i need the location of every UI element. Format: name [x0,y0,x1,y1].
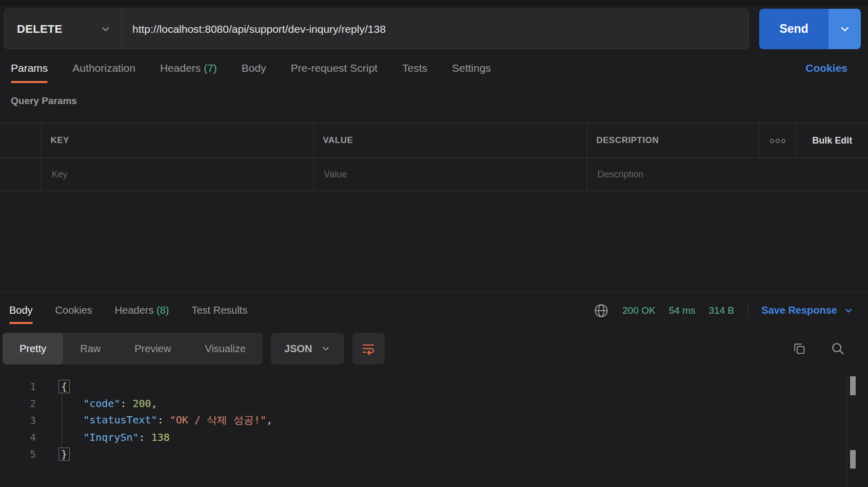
view-preview[interactable]: Preview [117,333,188,364]
divider [747,303,748,318]
request-url-bar: DELETE Send [0,5,868,49]
line-number: 2 [0,398,36,409]
code-line: 3 "statusText": "OK / 삭제 성공!", [0,412,868,429]
editor-scrollbar-track [847,376,847,487]
request-body-empty-area [0,191,868,292]
headers-count: (7) [204,62,217,74]
response-tab-test-results[interactable]: Test Results [191,305,247,316]
response-size: 314 B [708,305,734,316]
view-pretty[interactable]: Pretty [3,333,63,364]
param-description-input[interactable] [597,169,855,180]
param-row [0,158,868,191]
scrollbar-thumb[interactable] [850,376,856,395]
tab-pre-request-script[interactable]: Pre-request Script [291,62,378,74]
method-selector[interactable]: DELETE [5,9,122,49]
wrap-text-icon [361,341,376,356]
copy-icon [792,341,806,356]
more-options-button[interactable] [759,124,796,158]
search-icon [830,341,845,356]
line-number: 5 [0,449,36,460]
param-key-input[interactable] [51,169,300,180]
send-options-caret[interactable] [828,9,861,49]
method-label: DELETE [17,23,63,36]
tab-tests[interactable]: Tests [402,62,427,74]
tab-params[interactable]: Params [11,62,48,74]
response-toolbar: Pretty Raw Preview Visualize JSON [0,333,868,364]
language-dropdown[interactable]: JSON [271,333,344,364]
search-button[interactable] [830,341,845,356]
param-value-input[interactable] [323,169,574,180]
chevron-down-icon [100,24,111,35]
response-time: 54 ms [669,305,696,316]
globe-icon[interactable] [594,303,609,318]
code-lines: 1{2 "code": 200,3 "statusText": "OK / 삭제… [0,378,868,462]
line-number: 1 [0,381,36,392]
send-button-label[interactable]: Send [759,9,828,49]
cookies-link[interactable]: Cookies [805,62,847,74]
tab-body[interactable]: Body [242,62,266,74]
send-button[interactable]: Send [759,9,861,49]
query-params-title: Query Params [0,87,868,108]
response-body-viewer: 1{2 "code": 200,3 "statusText": "OK / 삭제… [0,378,868,462]
scrollbar-thumb[interactable] [850,450,856,469]
code-line: 5} [0,445,868,462]
code-line: 4 "InqrySn": 138 [0,429,868,445]
save-response-button[interactable]: Save Response [761,305,854,316]
status-code: 200 OK [622,305,655,316]
response-header: Body Cookies Headers (8) Test Results 20… [0,292,868,329]
request-tabs: Params Authorization Headers (7) Body Pr… [0,49,868,87]
tab-settings[interactable]: Settings [452,62,491,74]
column-header-description: DESCRIPTION [597,135,659,145]
indent-guide [62,394,62,448]
view-raw[interactable]: Raw [63,333,117,364]
response-tab-cookies[interactable]: Cookies [55,305,92,316]
view-mode-switcher: Pretty Raw Preview Visualize [3,333,263,364]
column-header-value: VALUE [323,135,353,145]
tab-content-top-edge [0,0,868,5]
chevron-down-icon [843,306,854,316]
code-line: 1{ [0,378,868,395]
code-line: 2 "code": 200, [0,395,868,412]
response-actions [792,341,845,356]
table-header-row: KEY VALUE DESCRIPTION Bulk Edit [0,124,868,158]
url-box: DELETE [4,9,749,49]
tab-headers[interactable]: Headers (7) [160,62,217,74]
response-meta: 200 OK 54 ms 314 B Save Response [594,303,854,318]
row-select-cell[interactable] [0,158,41,191]
url-input[interactable] [122,9,748,49]
chevron-down-icon [321,343,331,354]
line-number: 3 [0,415,36,426]
column-header-key: KEY [51,135,69,145]
select-all-cell[interactable] [0,124,41,158]
view-visualize[interactable]: Visualize [188,333,263,364]
tab-authorization[interactable]: Authorization [72,62,135,74]
response-headers-count: (8) [156,305,169,316]
response-tab-headers[interactable]: Headers (8) [115,305,169,316]
query-params-table: KEY VALUE DESCRIPTION Bulk Edit [0,123,868,191]
three-circles-icon [770,139,785,143]
response-tab-body[interactable]: Body [9,305,33,316]
copy-button[interactable] [792,341,806,356]
chevron-down-icon [839,23,851,35]
wrap-line-button[interactable] [352,333,385,364]
line-number: 4 [0,432,36,443]
bulk-edit-button[interactable]: Bulk Edit [796,124,868,158]
